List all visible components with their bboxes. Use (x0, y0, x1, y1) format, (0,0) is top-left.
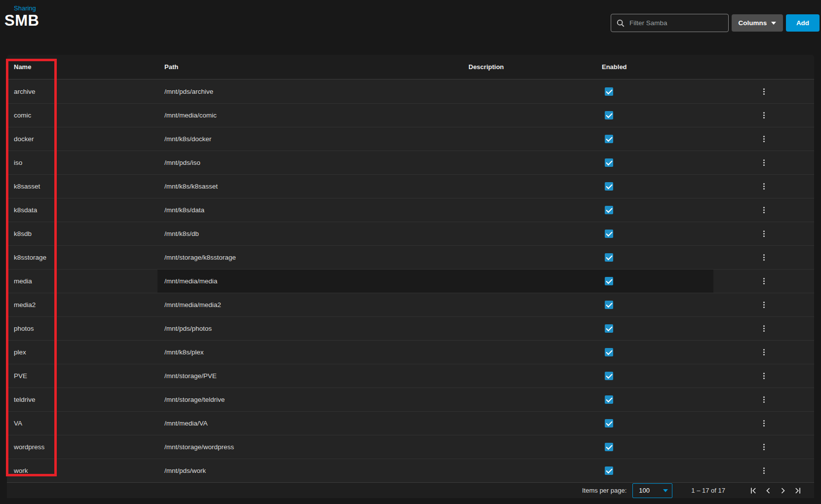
kebab-menu-icon[interactable] (760, 418, 768, 428)
kebab-menu-icon[interactable] (760, 465, 768, 476)
smb-sharing-page: Sharing SMB Columns Add Name Path Descri… (0, 0, 821, 504)
kebab-menu-icon[interactable] (760, 394, 768, 405)
table-row[interactable]: wordpress /mnt/storage/wordpress (7, 435, 814, 459)
column-header-path[interactable]: Path (157, 55, 462, 79)
enabled-checkbox[interactable] (605, 87, 613, 96)
table-row[interactable]: k8sdata /mnt/k8s/data (7, 198, 814, 222)
enabled-checkbox[interactable] (605, 277, 613, 285)
enabled-checkbox[interactable] (605, 182, 613, 191)
kebab-menu-icon[interactable] (760, 229, 768, 239)
last-page-button[interactable] (791, 484, 804, 497)
kebab-menu-icon[interactable] (760, 347, 768, 357)
table-row[interactable]: media /mnt/media/media (7, 269, 814, 293)
table-row[interactable]: plex /mnt/k8s/plex (7, 340, 814, 364)
share-actions-cell (713, 104, 814, 127)
enabled-checkbox[interactable] (605, 230, 613, 238)
enabled-checkbox[interactable] (605, 135, 613, 143)
table-row[interactable]: comic /mnt/media/comic (7, 103, 814, 127)
filter-samba-input[interactable] (629, 19, 723, 27)
kebab-menu-icon[interactable] (760, 371, 768, 381)
kebab-menu-icon[interactable] (760, 134, 768, 144)
enabled-checkbox[interactable] (605, 301, 613, 309)
enabled-checkbox[interactable] (605, 372, 613, 380)
table-row[interactable]: k8sasset /mnt/k8s/k8sasset (7, 174, 814, 198)
breadcrumb-sharing[interactable]: Sharing (14, 4, 36, 12)
share-actions-cell (713, 341, 814, 364)
chevron-left-icon (763, 486, 773, 496)
share-name-cell: plex (7, 341, 157, 364)
table-row[interactable]: iso /mnt/pds/iso (7, 151, 814, 174)
kebab-menu-icon[interactable] (760, 157, 768, 168)
table-row[interactable]: photos /mnt/pds/photos (7, 316, 814, 340)
previous-page-button[interactable] (762, 484, 775, 497)
enabled-checkbox[interactable] (605, 324, 613, 333)
kebab-menu-icon[interactable] (760, 181, 768, 192)
share-path-cell: /mnt/pds/photos (157, 317, 462, 340)
enabled-checkbox[interactable] (605, 443, 613, 451)
share-name-cell: wordpress (7, 435, 157, 459)
share-path-cell: /mnt/pds/iso (157, 151, 462, 174)
filter-samba-field[interactable] (611, 14, 729, 32)
search-icon (616, 19, 625, 28)
share-actions-cell (713, 151, 814, 174)
share-name-cell: VA (7, 412, 157, 435)
enabled-checkbox[interactable] (605, 466, 613, 475)
share-enabled-cell (595, 270, 713, 293)
share-path-cell: /mnt/k8s/data (157, 198, 462, 222)
kebab-menu-icon[interactable] (760, 323, 768, 334)
enabled-checkbox[interactable] (605, 111, 613, 119)
share-actions-cell (713, 222, 814, 245)
kebab-menu-icon[interactable] (760, 276, 768, 286)
enabled-checkbox[interactable] (605, 348, 613, 356)
kebab-menu-icon[interactable] (760, 110, 768, 120)
columns-button[interactable]: Columns (732, 14, 783, 32)
column-header-actions (713, 55, 814, 79)
items-per-page-select[interactable]: 100 (632, 483, 672, 498)
share-description-cell (462, 388, 595, 411)
table-row[interactable]: media2 /mnt/media/media2 (7, 293, 814, 316)
share-enabled-cell (595, 459, 713, 482)
enabled-checkbox[interactable] (605, 158, 613, 167)
column-header-description[interactable]: Description (462, 55, 595, 79)
table-row[interactable]: k8sdb /mnt/k8s/db (7, 222, 814, 245)
table-row[interactable]: docker /mnt/k8s/docker (7, 127, 814, 151)
column-header-enabled[interactable]: Enabled (595, 55, 713, 79)
share-path-cell: /mnt/k8s/docker (157, 127, 462, 151)
add-button[interactable]: Add (786, 14, 820, 32)
share-path-cell: /mnt/storage/teldrive (157, 388, 462, 411)
enabled-checkbox[interactable] (605, 419, 613, 427)
share-path-cell: /mnt/storage/wordpress (157, 435, 462, 459)
share-name-cell: k8sdb (7, 222, 157, 245)
share-actions-cell (713, 270, 814, 293)
first-page-icon (748, 486, 758, 496)
first-page-button[interactable] (747, 484, 760, 497)
share-description-cell (462, 198, 595, 222)
enabled-checkbox[interactable] (605, 253, 613, 262)
table-row[interactable]: archive /mnt/pds/archive (7, 79, 814, 103)
share-name-cell: k8sstorage (7, 246, 157, 269)
table-row[interactable]: k8sstorage /mnt/storage/k8sstorage (7, 245, 814, 269)
kebab-menu-icon[interactable] (760, 86, 768, 97)
share-actions-cell (713, 459, 814, 482)
enabled-checkbox[interactable] (605, 395, 613, 404)
enabled-checkbox[interactable] (605, 206, 613, 214)
share-path-cell: /mnt/storage/PVE (157, 364, 462, 388)
kebab-menu-icon[interactable] (760, 252, 768, 263)
kebab-menu-icon[interactable] (760, 442, 768, 452)
chevron-down-icon (663, 489, 668, 492)
column-header-name[interactable]: Name (7, 55, 157, 79)
share-enabled-cell (595, 364, 713, 388)
share-actions-cell (713, 175, 814, 198)
kebab-menu-icon[interactable] (760, 205, 768, 215)
table-row[interactable]: teldrive /mnt/storage/teldrive (7, 388, 814, 411)
share-description-cell (462, 317, 595, 340)
next-page-button[interactable] (777, 484, 789, 497)
share-enabled-cell (595, 79, 713, 103)
table-row[interactable]: work /mnt/pds/work (7, 459, 814, 482)
kebab-menu-icon[interactable] (760, 300, 768, 310)
share-path-cell: /mnt/k8s/db (157, 222, 462, 245)
table-row[interactable]: PVE /mnt/storage/PVE (7, 364, 814, 388)
table-row[interactable]: VA /mnt/media/VA (7, 411, 814, 435)
items-per-page-label: Items per page: (582, 487, 626, 494)
share-enabled-cell (595, 317, 713, 340)
